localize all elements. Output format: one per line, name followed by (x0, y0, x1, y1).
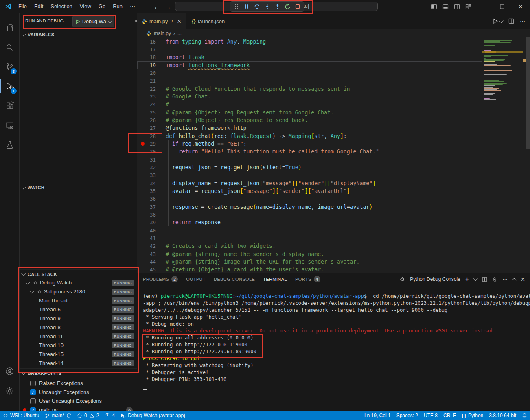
toggle-sidebar-icon[interactable] (428, 0, 440, 13)
panel-tab-problems[interactable]: PROBLEMS2 (143, 273, 178, 285)
restart-icon[interactable] (284, 3, 291, 10)
settings-gear-icon[interactable] (0, 381, 19, 400)
code-line[interactable]: 28def hello_chat(req: flask.Request) -> … (137, 132, 482, 140)
checkbox[interactable] (30, 381, 36, 386)
call-stack-item-thread-9[interactable]: Thread-9RUNNING (20, 314, 137, 323)
menu-more[interactable]: ⋯ (126, 0, 139, 13)
call-stack-item-thread-14[interactable]: Thread-14RUNNING (20, 359, 137, 368)
chevron-down-icon[interactable] (473, 276, 477, 281)
go-back-icon[interactable]: ← (154, 3, 160, 10)
menu-view[interactable]: View (76, 0, 95, 13)
chevron-down-icon[interactable] (25, 280, 30, 284)
debug-settings-gear-icon[interactable] (133, 18, 137, 24)
code-line[interactable]: 33 (137, 171, 482, 179)
menu-selection[interactable]: Selection (47, 0, 76, 13)
breakpoint-item-uncaught-exceptions[interactable]: ✓Uncaught Exceptions (20, 388, 137, 397)
status-encoding[interactable]: UTF-8 (421, 411, 440, 420)
status-remote[interactable]: WSL: Ubuntu (0, 411, 42, 420)
minimap[interactable] (482, 37, 523, 273)
code-line[interactable]: 25# @param {Object} req Request sent fro… (137, 109, 482, 116)
go-forward-icon[interactable]: → (165, 3, 171, 10)
call-stack-item-mainthread[interactable]: MainThreadRUNNING (20, 296, 137, 305)
panel-tab-debug-console[interactable]: DEBUG CONSOLE (214, 273, 255, 285)
pause-icon[interactable] (243, 3, 250, 10)
remote-explorer-icon[interactable] (0, 116, 19, 135)
call-stack-item-thread-11[interactable]: Thread-11RUNNING (20, 332, 137, 341)
step-over-icon[interactable] (254, 3, 260, 10)
explorer-icon[interactable] (0, 18, 19, 37)
breakpoint-item-raised-exceptions[interactable]: Raised Exceptions (20, 379, 137, 388)
code-line[interactable]: 42# Creates a card with two widgets. (137, 242, 482, 250)
breakpoint-item-main-py[interactable]: ✓main.py29 (20, 406, 137, 411)
run-python-file-button[interactable] (493, 18, 503, 24)
chevron-down-icon[interactable] (29, 289, 34, 293)
debug-config-selector[interactable]: Debug Wa (72, 16, 114, 27)
code-line[interactable]: 45# @return {Object} a card with the use… (137, 266, 482, 273)
status-cursor-position[interactable]: Ln 19, Col 1 (361, 411, 394, 420)
breadcrumb[interactable]: main.py › ... (137, 29, 482, 37)
call-stack-item-thread-10[interactable]: Thread-10RUNNING (20, 341, 137, 350)
step-into-icon[interactable] (264, 3, 270, 10)
minimize-button[interactable]: ─ (474, 0, 493, 13)
new-terminal-icon[interactable]: + (465, 276, 469, 283)
toggle-secondary-sidebar-icon[interactable] (451, 0, 462, 13)
menu-run[interactable]: Run (109, 0, 126, 13)
code-line[interactable]: 37 response = create_message(name=displa… (137, 203, 482, 211)
editor-more-actions-icon[interactable]: ⋯ (520, 18, 525, 24)
status-branch[interactable]: main* (42, 411, 74, 420)
code-line[interactable]: 30 return "Hello! This function must be … (137, 148, 482, 155)
status-ports[interactable]: 4 (102, 411, 118, 420)
close-button[interactable]: ✕ (511, 0, 530, 13)
breakpoint-item-user-uncaught-exceptions[interactable]: User Uncaught Exceptions (20, 397, 137, 406)
call-stack-item-thread-8[interactable]: Thread-8RUNNING (20, 323, 137, 332)
status-notifications[interactable] (519, 411, 530, 420)
tab-launch.json[interactable]: {}launch.json (188, 13, 229, 29)
code-line[interactable]: 38 (137, 211, 482, 219)
panel-tab-output[interactable]: OUTPUT (186, 273, 206, 285)
kill-terminal-icon[interactable] (492, 277, 497, 282)
code-line[interactable]: 21 (137, 77, 482, 85)
breakpoints-section-header[interactable]: BREAKPOINTS (20, 368, 137, 377)
run-and-debug-icon[interactable]: 1 (0, 77, 19, 96)
call-stack-item-thread-15[interactable]: Thread-15RUNNING (20, 350, 137, 359)
call-stack-item-debug-watch[interactable]: Debug WatchRUNNING (20, 278, 137, 287)
toggle-panel-icon[interactable] (440, 0, 451, 13)
checkbox[interactable] (30, 398, 36, 404)
menu-edit[interactable]: Edit (31, 0, 47, 13)
code-line[interactable]: 29 if req.method == "GET": (137, 140, 482, 148)
breadcrumb-file[interactable]: main.py (154, 31, 171, 36)
breadcrumb-tail[interactable]: ... (177, 31, 182, 36)
status-problems[interactable]: 02 (74, 411, 102, 420)
maximize-button[interactable] (493, 0, 511, 13)
terminal-instance-label[interactable]: Python Debug Console (410, 276, 460, 282)
extensions-icon[interactable] (0, 96, 19, 116)
code-line[interactable]: 20 (137, 69, 482, 77)
checkbox[interactable]: ✓ (30, 407, 36, 411)
close-panel-icon[interactable]: ✕ (521, 276, 525, 282)
menu-file[interactable]: File (15, 0, 31, 13)
code-line[interactable]: 24# (137, 101, 482, 108)
code-line[interactable]: 23# Google Chat. (137, 93, 482, 101)
customize-layout-icon[interactable] (462, 0, 474, 13)
code-line[interactable]: 41 (137, 234, 482, 242)
code-line[interactable]: 44# @param {string} image_url the URL fo… (137, 258, 482, 266)
step-out-icon[interactable] (274, 3, 280, 10)
drag-handle-icon[interactable] (233, 3, 240, 10)
stop-icon[interactable] (294, 3, 301, 10)
code-line[interactable]: 43# @param {string} name the sender's di… (137, 250, 482, 258)
status-debug-status[interactable]: Debug Watch (avatar-app) (118, 411, 188, 420)
code-line[interactable]: 36 (137, 195, 482, 203)
panel-more-actions-icon[interactable]: ⋯ (502, 276, 508, 282)
variables-section-header[interactable]: VARIABLES (20, 30, 137, 39)
code-line[interactable]: 32 request_json = req.get_json(silent=Tr… (137, 164, 482, 171)
code-line[interactable]: 40 (137, 227, 482, 234)
search-icon[interactable] (0, 37, 19, 57)
panel-tab-terminal[interactable]: TERMINAL (263, 273, 287, 285)
code-line[interactable]: 31 (137, 156, 482, 164)
tab-main.py[interactable]: main.py2✕ (137, 13, 186, 29)
accounts-icon[interactable] (0, 361, 19, 381)
status-eol[interactable]: CRLF (440, 411, 459, 420)
status-python-version[interactable]: 3.8.10 64-bit (486, 411, 519, 420)
testing-icon[interactable] (0, 135, 19, 155)
code-line[interactable]: 19import functions_framework (137, 61, 482, 69)
